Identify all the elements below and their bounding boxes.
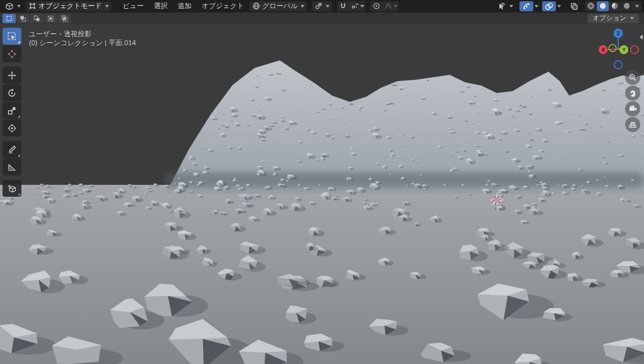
axis-navigation-gizmo[interactable]: Z X Y (596, 25, 640, 69)
viewport-gizmos-icon (522, 2, 531, 11)
chevron-down-icon (326, 5, 330, 8)
move-tool-button[interactable] (3, 67, 21, 84)
mode-label: オブジェクトモード (38, 1, 102, 11)
viewport-3d[interactable]: ユーザー・透視投影 (0) シーンコレクション | 平面.014 (0, 24, 644, 364)
object-type-visibility-icon (497, 2, 506, 11)
shading-mode-group (585, 1, 641, 11)
select-mode-extend[interactable] (16, 14, 30, 23)
move-icon (7, 70, 17, 80)
3d-viewport-editor-icon (5, 2, 14, 11)
orientation-label: グローバル (262, 1, 297, 11)
menu-object[interactable]: オブジェクト (197, 1, 250, 11)
proportional-falloff-icon (384, 2, 392, 10)
proportional-editing-icon (372, 2, 380, 10)
scale-tool-button[interactable] (3, 102, 21, 119)
show-overlays-toggle[interactable] (542, 1, 556, 11)
chevron-down-icon (301, 5, 304, 8)
select-mode-set[interactable] (3, 14, 16, 23)
viewport-overlays-icon (545, 2, 553, 11)
sidebar-collapse-arrow[interactable] (640, 35, 643, 40)
object-mode-icon (28, 2, 36, 10)
transform-icon (7, 123, 17, 133)
show-gizmos-toggle[interactable] (519, 1, 533, 11)
tool-shelf (3, 28, 21, 197)
camera-icon (628, 104, 637, 113)
box-select-icon (7, 31, 17, 41)
shading-solid-button[interactable] (597, 1, 609, 11)
select-extend-icon (19, 15, 26, 22)
3d-cursor-icon (7, 49, 17, 59)
transform-orientation-dropdown[interactable]: グローバル (250, 1, 307, 11)
options-label: オプション (592, 14, 626, 23)
toggle-perspective-button[interactable] (625, 117, 640, 132)
proportional-editing-toggle[interactable] (370, 1, 382, 11)
viewport-canvas[interactable] (0, 24, 644, 364)
snap-toggle-button[interactable] (337, 1, 349, 11)
menu-view[interactable]: ビュー (118, 1, 149, 11)
hand-pan-icon (628, 89, 637, 97)
pivot-point-dropdown[interactable] (312, 1, 332, 11)
rotate-icon (7, 88, 17, 98)
add-cube-tool-button[interactable] (3, 180, 21, 197)
snap-group (337, 1, 365, 11)
chevron-down-icon (509, 5, 513, 8)
viewport-header: オブジェクトモード ビュー 選択 追加 オブジェクト グローバル (0, 0, 644, 12)
annotate-pen-icon (7, 145, 17, 155)
menu-select[interactable]: 選択 (149, 1, 173, 11)
select-mode-invert[interactable] (44, 14, 57, 23)
editor-type-button[interactable] (3, 1, 23, 11)
overlays-control (542, 1, 561, 11)
axis-x-label: X (601, 47, 605, 53)
toggle-xray-icon (570, 2, 579, 11)
measure-icon (7, 162, 17, 172)
material-preview-shading-icon (611, 2, 619, 10)
select-mode-group (3, 14, 71, 23)
menu-add[interactable]: 追加 (173, 1, 197, 11)
add-cube-icon (7, 184, 17, 194)
solid-shading-icon (599, 2, 607, 10)
overlays-dropdown-chevron[interactable] (557, 5, 561, 8)
select-mode-subtract[interactable] (30, 14, 43, 23)
snap-magnet-icon (339, 2, 347, 10)
pan-button[interactable] (625, 85, 640, 101)
zoom-button[interactable] (625, 70, 640, 85)
shading-wireframe-button[interactable] (585, 1, 597, 11)
proportional-editing-group (370, 1, 399, 11)
axis-ball-neg-x[interactable] (631, 46, 639, 54)
select-invert-icon (47, 15, 54, 22)
blender-window: オブジェクトモード ビュー 選択 追加 オブジェクト グローバル (0, 0, 644, 364)
select-mode-intersect[interactable] (58, 14, 71, 23)
axis-ball-neg-y[interactable] (609, 45, 616, 52)
transform-tool-button[interactable] (3, 119, 21, 136)
box-select-tool-button[interactable] (3, 28, 21, 45)
rotate-tool-button[interactable] (3, 84, 21, 101)
snap-target-dropdown[interactable] (349, 1, 365, 11)
wireframe-shading-icon (587, 2, 595, 10)
shading-dropdown-chevron[interactable] (635, 5, 639, 8)
axis-ball-neg-z[interactable] (614, 61, 623, 69)
gizmos-control (519, 1, 538, 11)
shading-rendered-button[interactable] (621, 1, 633, 11)
toggle-xray-button[interactable] (567, 1, 581, 11)
chevron-down-icon (360, 5, 364, 8)
shading-material-button[interactable] (609, 1, 621, 11)
viewport-nav-buttons (625, 70, 640, 132)
gizmos-dropdown-chevron[interactable] (535, 5, 538, 8)
chevron-down-icon (630, 17, 634, 19)
camera-view-button[interactable] (625, 101, 640, 116)
measure-tool-button[interactable] (3, 158, 21, 175)
select-set-icon (6, 15, 13, 22)
tool-settings-bar: オプション (0, 12, 644, 24)
proportional-falloff-dropdown[interactable] (382, 1, 399, 11)
mode-selector[interactable]: オブジェクトモード (26, 1, 111, 11)
options-button[interactable]: オプション (587, 14, 639, 23)
header-left-group: オブジェクトモード ビュー 選択 追加 オブジェクト (3, 1, 249, 11)
chevron-down-icon (105, 5, 109, 8)
object-type-visibility-dropdown[interactable] (495, 1, 516, 11)
header-middle-group: グローバル (250, 1, 399, 11)
annotate-tool-button[interactable] (3, 141, 21, 158)
axis-y-label: Y (622, 47, 626, 53)
pivot-point-icon (314, 2, 323, 10)
cursor-tool-button[interactable] (3, 45, 21, 62)
header-menus: ビュー 選択 追加 オブジェクト (118, 1, 249, 11)
